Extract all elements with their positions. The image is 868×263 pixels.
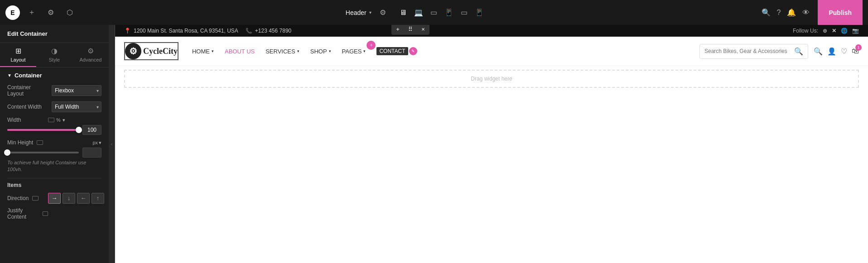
notifications-icon[interactable]: 🔔 (787, 8, 796, 17)
container-layout-select[interactable]: Flexbox (52, 85, 101, 96)
address-text: 1200 Main St. Santa Rosa, CA 93541, USA (134, 28, 238, 34)
settings-icon[interactable]: ⚙ (43, 5, 58, 20)
left-panel-wrapper: Edit Container ⊞ Layout ◑ Style ⚙ Advanc… (0, 25, 115, 263)
mobile-landscape-icon[interactable]: ▭ (461, 8, 468, 17)
mobile-icon[interactable]: 📱 (475, 8, 484, 17)
float-add-button[interactable]: + (391, 25, 404, 35)
content-width-select-wrapper: Full Width (52, 101, 101, 112)
social-x-icon[interactable]: ✕ (832, 28, 836, 34)
nav-cart[interactable]: 🛍 1 (852, 47, 859, 55)
container-layout-label: Container Layout (7, 84, 48, 97)
width-unit-label: % (56, 117, 61, 123)
layout-tab-icon: ⊞ (15, 47, 21, 55)
min-height-responsive-icon (37, 140, 43, 145)
nav-pages-label: PAGES (342, 48, 362, 55)
nav-icons-right: 🔍 👤 ♡ 🛍 1 (814, 47, 859, 56)
nav-item-shop[interactable]: SHOP ▾ (306, 44, 336, 58)
logo-icon: ⚙ (129, 46, 137, 57)
width-value-input[interactable] (82, 125, 101, 135)
website-preview: 📍 1200 Main St. Santa Rosa, CA 93541, US… (115, 25, 868, 263)
min-height-row: Min Height px ▾ (7, 139, 101, 146)
min-height-value-input[interactable] (82, 148, 101, 158)
nav-item-services[interactable]: SERVICES ▾ (261, 44, 304, 58)
float-toolbar: + ⠿ × (391, 25, 429, 35)
nav-wishlist-icon[interactable]: ♡ (841, 47, 847, 56)
nav-search-area: 🔍 (699, 44, 808, 59)
nav-home-label: HOME (192, 48, 210, 55)
nav-account-icon[interactable]: 👤 (827, 47, 836, 56)
logo-text: CycleCity (143, 47, 178, 56)
top-bar: E ＋ ⚙ ⬡ Header ▾ ⚙ 🖥 💻 ▭ 📱 ▭ 📱 🔍 ? 🔔 👁 P… (0, 0, 868, 25)
direction-down-button[interactable]: ↓ (63, 193, 75, 204)
main-layout: Edit Container ⊞ Layout ◑ Style ⚙ Advanc… (0, 25, 868, 263)
direction-up-button[interactable]: ↑ (92, 193, 104, 204)
social-circle-plus-icon[interactable]: ⊕ (823, 28, 827, 34)
drag-widget-area[interactable]: Drag widget here (124, 70, 859, 88)
search-submit-icon[interactable]: 🔍 (794, 47, 803, 56)
site-logo[interactable]: ⚙ CycleCity (124, 42, 178, 60)
direction-right-button[interactable]: → (48, 193, 61, 204)
float-close-button[interactable]: × (417, 25, 429, 35)
social-globe-icon[interactable]: 🌐 (841, 28, 848, 34)
direction-row: Direction → ↓ ← ↑ (7, 193, 101, 204)
min-height-slider-track[interactable] (7, 152, 79, 153)
site-top-bar: 📍 1200 Main St. Santa Rosa, CA 93541, US… (115, 25, 868, 37)
container-label: Container (14, 72, 42, 79)
panel-collapse-tab[interactable]: ‹ (109, 25, 115, 263)
divider (7, 178, 101, 178)
help-icon[interactable]: ? (777, 9, 781, 17)
nav-search-icon[interactable]: 🔍 (814, 47, 823, 56)
chevron-down-icon: ▾ (99, 140, 101, 146)
layers-icon[interactable]: ⬡ (63, 5, 77, 20)
width-row: Width % ▾ (7, 117, 101, 123)
top-bar-right: 🔍 ? 🔔 👁 (762, 8, 810, 17)
header-selector-label: Header (346, 9, 366, 16)
search-icon[interactable]: 🔍 (762, 8, 771, 17)
tab-style[interactable]: ◑ Style (36, 43, 72, 67)
phone-item: 📞 +123 456 7890 (246, 28, 291, 34)
direction-buttons: → ↓ ← ↑ (48, 193, 104, 204)
publish-button[interactable]: Publish (818, 0, 863, 25)
app-logo[interactable]: E (5, 5, 20, 20)
tab-advanced[interactable]: ⚙ Advanced (72, 43, 109, 67)
width-slider-thumb[interactable] (76, 127, 82, 133)
site-nav: ⚙ CycleCity HOME ▾ ABOUT US SERVICES (115, 37, 868, 66)
content-width-select[interactable]: Full Width (52, 101, 101, 112)
header-selector[interactable]: Header ▾ (346, 9, 371, 16)
nav-services-chevron: ▾ (297, 49, 299, 53)
site-top-bar-right: Follow Us: ⊕ ✕ 🌐 📷 (793, 28, 859, 34)
collapse-icon[interactable]: ▼ (7, 73, 12, 78)
logo-circle: ⚙ (125, 43, 141, 59)
nav-item-pages[interactable]: PAGES ▾ + (338, 44, 371, 58)
nav-shop-label: SHOP (310, 48, 327, 55)
desktop-icon[interactable]: 🖥 (400, 9, 407, 17)
nav-item-home[interactable]: HOME ▾ (188, 44, 218, 58)
gear-icon[interactable]: ⚙ (380, 8, 386, 17)
tab-layout[interactable]: ⊞ Layout (0, 43, 36, 67)
container-layout-row: Container Layout Flexbox (7, 84, 101, 97)
phone-text: +123 456 7890 (255, 28, 291, 34)
search-input[interactable] (704, 48, 791, 54)
social-instagram-icon[interactable]: 📷 (852, 28, 859, 34)
edit-contact-button[interactable]: ✎ (409, 47, 417, 55)
nav-item-about[interactable]: ABOUT US (220, 44, 259, 58)
add-element-button[interactable]: ＋ (24, 5, 39, 20)
tablet-landscape-icon[interactable]: ▭ (430, 8, 437, 17)
width-unit-selector[interactable]: % ▾ (48, 117, 65, 123)
left-panel: Edit Container ⊞ Layout ◑ Style ⚙ Advanc… (0, 25, 109, 263)
width-slider-track[interactable] (7, 129, 79, 131)
min-height-slider-thumb[interactable] (4, 149, 10, 156)
justify-content-label: Justify Content (7, 207, 48, 220)
min-height-unit[interactable]: px ▾ (92, 140, 101, 146)
direction-left-button[interactable]: ← (77, 193, 90, 204)
nav-contact-label: CONTACT (376, 47, 408, 55)
style-tab-icon: ◑ (51, 47, 58, 55)
laptop-icon[interactable]: 💻 (414, 8, 423, 17)
style-tab-label: Style (49, 57, 60, 62)
preview-icon[interactable]: 👁 (802, 9, 810, 17)
nav-item-contact[interactable]: CONTACT ✎ (372, 43, 412, 59)
chevron-down-icon: ▾ (63, 117, 65, 123)
tablet-icon[interactable]: 📱 (444, 8, 453, 17)
advanced-tab-icon: ⚙ (87, 47, 94, 55)
float-move-handle[interactable]: ⠿ (404, 25, 417, 35)
